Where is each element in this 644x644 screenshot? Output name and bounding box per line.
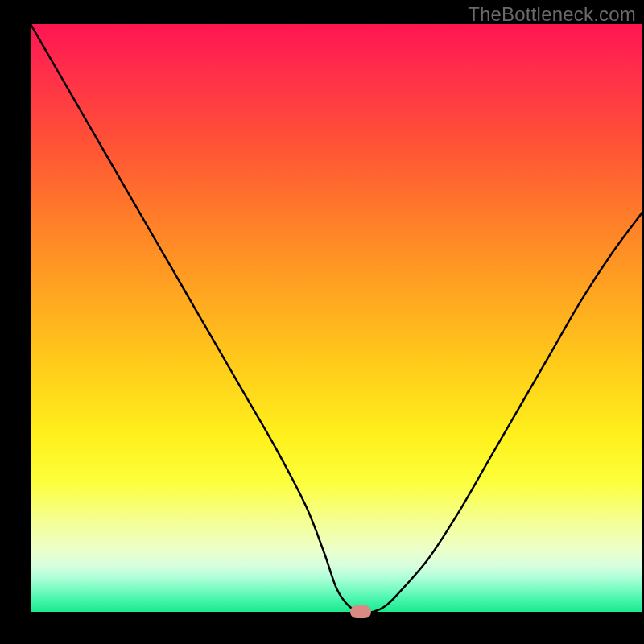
- watermark-text: TheBottleneck.com: [468, 3, 636, 26]
- chart-frame: TheBottleneck.com: [0, 0, 644, 644]
- minimum-marker: [350, 605, 371, 618]
- plot-area: [31, 24, 642, 612]
- bottleneck-curve: [31, 24, 642, 612]
